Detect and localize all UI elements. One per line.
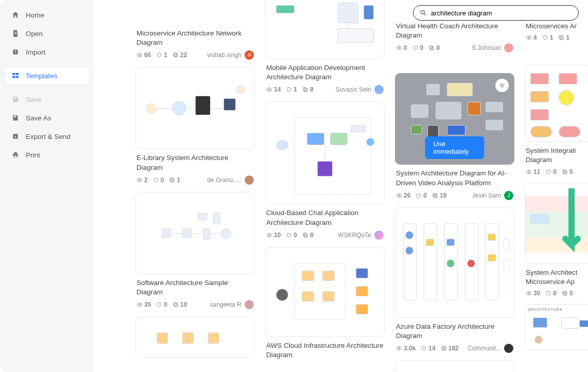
svg-rect-40 [560, 37, 563, 40]
avatar: J [504, 191, 513, 200]
card-thumbnail: Use immediately [395, 73, 514, 165]
card-title: AWS Cloud Infrastructure Architecture Di… [265, 340, 385, 360]
card-stats: 11 0 5 [526, 168, 573, 175]
card-stats: 2 0 1 [136, 176, 180, 184]
card-stats: 35 0 10 [136, 301, 187, 308]
card-thumbnail [265, 247, 385, 337]
card-author: WSKRQoTe [338, 231, 384, 240]
svg-rect-19 [171, 179, 174, 182]
sidebar: Home Open Import Templates Save Save As … [0, 0, 94, 372]
save-icon [11, 95, 20, 103]
card-thumbnail [395, 207, 514, 318]
svg-point-21 [139, 304, 141, 306]
card-title: Microservice Architecture Network Diagra… [135, 28, 255, 47]
nav-label: Print [26, 151, 40, 159]
card-thumbnail [265, 0, 385, 59]
template-card[interactable]: System Architect Microservice Ap 30 0 0 [525, 183, 588, 297]
card-stats: 26 0 18 [396, 192, 446, 199]
svg-rect-6 [16, 76, 19, 78]
avatar [374, 85, 384, 94]
template-card[interactable]: Virtual Health Coach Architecture Diagra… [395, 21, 514, 52]
card-author: S Johnson [472, 43, 513, 52]
card-stats: 3.0k 14 182 [396, 345, 459, 352]
card-title: E-Library System Architecture Diagram [135, 152, 255, 172]
card-author: Jexin SamJ [472, 191, 513, 200]
svg-point-30 [399, 47, 400, 49]
card-author: vishab singhॐ [207, 50, 254, 60]
card-thumbnail [525, 183, 588, 264]
svg-rect-22 [175, 304, 178, 307]
svg-rect-28 [304, 234, 307, 237]
svg-rect-43 [564, 171, 567, 174]
svg-point-18 [139, 179, 141, 181]
card-title: Virtual Health Coach Architecture Diagra… [395, 21, 514, 40]
card-stats: 4 1 1 [526, 34, 569, 41]
svg-point-45 [528, 293, 530, 294]
template-card[interactable]: Microservices Ar 4 1 1 [525, 21, 588, 41]
svg-rect-38 [442, 346, 445, 349]
svg-rect-1 [14, 33, 17, 34]
template-card[interactable]: Microservice Architecture Network Diagra… [135, 21, 255, 60]
svg-point-39 [528, 37, 530, 39]
svg-rect-32 [429, 46, 433, 49]
nav-print[interactable]: Print [5, 146, 89, 164]
nav-export[interactable]: Export & Send [5, 128, 89, 145]
svg-point-36 [399, 348, 400, 349]
card-stats: 0 0 0 [396, 44, 440, 51]
templates-grid: Microservice Architecture Network Diagra… [94, 0, 588, 372]
card-thumbnail [135, 316, 255, 358]
svg-rect-41 [559, 36, 562, 39]
print-icon [11, 151, 20, 159]
import-icon [11, 48, 20, 56]
svg-rect-44 [563, 170, 566, 173]
template-card[interactable]: Azure Data Factory Architecture Diagram … [395, 207, 514, 353]
nav-open[interactable]: Open [5, 25, 89, 42]
card-thumbnail: ARCHITECTURE [525, 304, 588, 350]
template-card[interactable] [135, 316, 255, 358]
svg-rect-16 [175, 54, 178, 57]
card-stats: 66 1 22 [136, 51, 187, 59]
template-card[interactable]: Use immediately System Architecture Diag… [395, 73, 514, 200]
card-thumbnail [395, 360, 514, 372]
card-title: Mobile Application Development Architect… [265, 62, 385, 82]
file-icon [11, 29, 20, 38]
nav-save-as[interactable]: Save As [5, 109, 89, 127]
svg-rect-31 [430, 47, 434, 50]
template-card[interactable]: Cloud-Based Chat Application Architectur… [265, 101, 385, 239]
nav-import[interactable]: Import [5, 43, 89, 61]
svg-rect-17 [174, 53, 177, 56]
card-stats: 10 0 8 [266, 232, 314, 239]
svg-rect-5 [12, 76, 15, 78]
nav-save: Save [5, 91, 89, 108]
template-card[interactable]: Software Architecture Sample Diagram 35 … [135, 192, 255, 309]
svg-point-15 [139, 55, 141, 56]
card-stats: 14 1 9 [266, 86, 314, 93]
svg-rect-34 [434, 194, 437, 198]
card-title: Cloud-Based Chat Application Architectur… [265, 207, 385, 227]
template-card[interactable]: AWS Cloud Infrastructure Architecture Di… [265, 247, 385, 360]
avatar: ॐ [245, 50, 254, 60]
template-card[interactable]: System Integrati Diagram 11 0 5 [525, 65, 588, 175]
use-immediately-button[interactable]: Use immediately [425, 136, 485, 159]
card-thumbnail [265, 101, 385, 204]
nav-label: Open [26, 30, 43, 38]
svg-rect-26 [303, 87, 306, 91]
template-card[interactable]: E-Library System Architecture Diagram 2 … [135, 67, 255, 184]
template-card[interactable]: Mobile Application Development Architect… [265, 0, 385, 94]
card-title: System Architecture Diagram for AI-Drive… [395, 168, 514, 187]
svg-point-33 [399, 194, 400, 196]
svg-rect-29 [303, 233, 306, 236]
nav-label: Import [26, 48, 45, 56]
favorite-button[interactable] [495, 79, 509, 92]
card-title: Azure Data Factory Architecture Diagram [395, 321, 514, 341]
card-thumbnail [525, 65, 588, 142]
nav-home[interactable]: Home [5, 6, 89, 24]
nav-templates[interactable]: Templates [5, 67, 89, 84]
card-title: Microservices Ar [525, 21, 588, 31]
svg-rect-8 [14, 116, 16, 117]
svg-rect-0 [14, 32, 17, 32]
save-as-icon [11, 114, 20, 122]
svg-rect-25 [304, 88, 307, 92]
nav-label: Home [26, 11, 44, 19]
svg-rect-35 [433, 193, 436, 197]
